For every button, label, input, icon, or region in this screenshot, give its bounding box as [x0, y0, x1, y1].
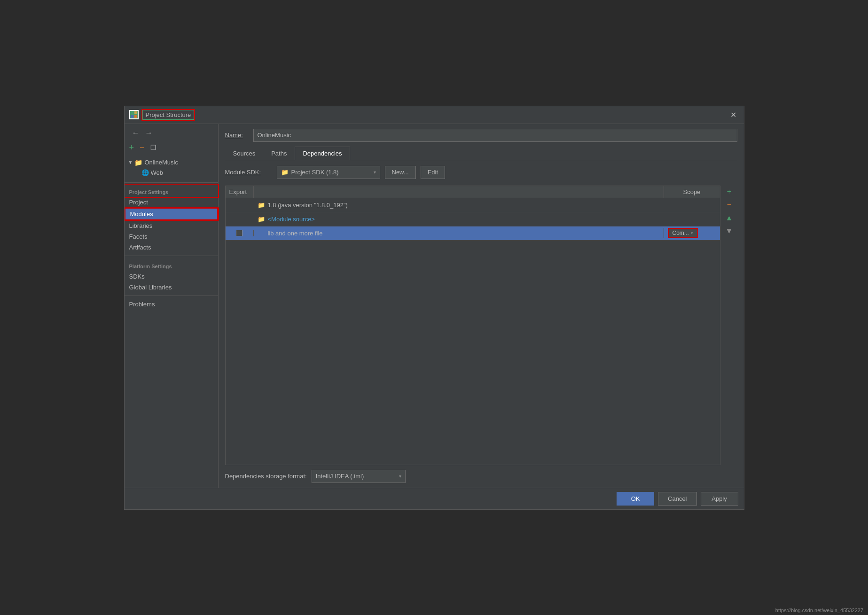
storage-dropdown[interactable]: IntelliJ IDEA (.iml) ▾	[312, 470, 406, 483]
dep-remove-button[interactable]: −	[723, 199, 735, 211]
sidebar-item-global-libraries[interactable]: Global Libraries	[125, 282, 218, 293]
nav-arrows: ← →	[128, 128, 155, 138]
cancel-button[interactable]: Cancel	[658, 492, 696, 506]
dep-module-source-text[interactable]: <Module source>	[268, 216, 315, 223]
url-text: https://blog.csdn.net/weixin_45532227	[775, 607, 863, 613]
name-label: Name:	[225, 132, 249, 139]
scope-value: Com...	[673, 230, 689, 236]
title-bar: Project Structure ✕	[125, 106, 744, 124]
tab-dependencies[interactable]: Dependencies	[295, 147, 350, 160]
folder-icon: 📁	[134, 159, 142, 166]
close-button[interactable]: ✕	[727, 109, 739, 120]
tree-root-item[interactable]: ▼ 📁 OnlineMusic	[125, 157, 218, 168]
sidebar-item-artifacts-label: Artifacts	[129, 244, 151, 251]
apply-button[interactable]: Apply	[701, 492, 738, 506]
copy-module-button[interactable]: ❐	[149, 142, 158, 154]
tree-root-label: OnlineMusic	[144, 159, 178, 166]
dep-export-lib	[226, 230, 254, 236]
sidebar-item-global-libraries-label: Global Libraries	[129, 284, 172, 291]
sdk-dropdown-arrow: ▾	[374, 170, 376, 175]
svg-rect-5	[260, 229, 262, 236]
dep-table-header: Export Scope	[226, 186, 720, 198]
sdk-dropdown[interactable]: 📁 Project SDK (1.8) ▾	[277, 166, 380, 179]
col-scope-header: Scope	[664, 186, 720, 198]
sidebar-item-problems-label: Problems	[129, 301, 155, 308]
tabs-row: Sources Paths Dependencies	[225, 147, 737, 160]
storage-value-text: IntelliJ IDEA (.iml)	[316, 473, 396, 480]
dep-jdk-text: 1.8 (java version "1.8.0_192")	[268, 202, 348, 209]
sidebar-item-project[interactable]: Project	[125, 197, 218, 208]
module-source-icon: 📁	[258, 216, 265, 223]
svg-rect-4	[258, 230, 259, 235]
sdk-label: Module SDK:	[225, 169, 272, 176]
svg-rect-0	[130, 111, 133, 114]
dep-row-module-source[interactable]: 📁 <Module source>	[226, 212, 720, 226]
svg-rect-6	[262, 231, 264, 235]
tree-web-label: Web	[151, 169, 164, 176]
tree-child-container: 🌐 Web	[125, 168, 218, 178]
sidebar-item-libraries-label: Libraries	[129, 222, 153, 229]
dialog-body: ← → + − ❐ ▼ 📁 OnlineMusic	[125, 124, 744, 488]
dialog-title: Project Structure	[142, 110, 195, 120]
ok-button[interactable]: OK	[617, 492, 654, 506]
dep-row-jdk[interactable]: 📁 1.8 (java version "1.8.0_192")	[226, 198, 720, 212]
sidebar-divider	[125, 256, 218, 256]
module-tree: ▼ 📁 OnlineMusic 🌐 Web	[125, 156, 218, 179]
dep-scope-lib: Com... ▾	[664, 228, 720, 238]
storage-row: Dependencies storage format: IntelliJ ID…	[225, 470, 720, 483]
sidebar-item-sdks[interactable]: SDKs	[125, 271, 218, 282]
sidebar-divider-2	[125, 296, 218, 296]
sidebar-item-problems[interactable]: Problems	[125, 299, 218, 310]
dep-lib-checkbox[interactable]	[236, 230, 242, 236]
lib-icon	[258, 229, 265, 237]
svg-rect-2	[130, 115, 133, 118]
sdk-edit-button[interactable]: Edit	[421, 166, 445, 179]
project-structure-dialog: Project Structure ✕ ← → + − ❐	[124, 106, 744, 510]
col-name-header	[254, 186, 664, 198]
app-icon	[129, 110, 139, 119]
nav-back-button[interactable]: ←	[130, 128, 141, 138]
storage-dropdown-arrow: ▾	[399, 474, 401, 479]
dep-add-button[interactable]: +	[723, 186, 735, 198]
platform-settings-heading: Platform Settings	[125, 259, 218, 271]
nav-forward-button[interactable]: →	[143, 128, 155, 138]
sidebar-item-facets[interactable]: Facets	[125, 231, 218, 242]
name-row: Name:	[225, 129, 737, 142]
sidebar-item-modules[interactable]: Modules	[125, 208, 218, 220]
dep-table: Export Scope 📁 1.8 (java version "1.8.0_…	[225, 186, 720, 465]
dep-move-up-button[interactable]: ▲	[723, 212, 735, 224]
dep-row-lib[interactable]: lib and one more file Com... ▾	[226, 226, 720, 241]
tab-sources[interactable]: Sources	[225, 147, 264, 160]
project-settings-heading: Project Settings	[125, 185, 218, 197]
dialog-footer: OK Cancel Apply	[125, 488, 744, 509]
tab-paths[interactable]: Paths	[263, 147, 295, 160]
sidebar-item-facets-label: Facets	[129, 233, 148, 240]
tree-web-item[interactable]: 🌐 Web	[138, 168, 218, 178]
sidebar: ← → + − ❐ ▼ 📁 OnlineMusic	[125, 124, 219, 488]
jdk-icon: 📁	[258, 202, 265, 209]
url-bar: https://blog.csdn.net/weixin_45532227	[771, 606, 868, 615]
dep-name-lib: lib and one more file	[254, 229, 664, 237]
dep-move-down-button[interactable]: ▼	[723, 225, 735, 237]
name-input[interactable]	[253, 129, 737, 142]
dep-table-body: 📁 1.8 (java version "1.8.0_192") 📁 <Modu…	[226, 198, 720, 465]
dep-side-buttons: + − ▲ ▼	[723, 186, 735, 237]
svg-rect-1	[134, 111, 137, 114]
dep-scope-dropdown[interactable]: Com... ▾	[668, 228, 698, 238]
sidebar-item-libraries[interactable]: Libraries	[125, 220, 218, 231]
remove-module-button[interactable]: −	[138, 142, 147, 154]
col-export-header: Export	[226, 186, 254, 198]
sidebar-item-artifacts[interactable]: Artifacts	[125, 242, 218, 253]
sidebar-toolbar: ← →	[125, 128, 218, 142]
sidebar-item-sdks-label: SDKs	[129, 273, 145, 280]
dep-name-module-source: 📁 <Module source>	[254, 216, 664, 223]
scope-arrow: ▾	[691, 231, 693, 235]
dep-lib-text: lib and one more file	[268, 230, 323, 237]
sdk-new-button[interactable]: New...	[385, 166, 416, 179]
add-module-button[interactable]: +	[127, 142, 136, 154]
sidebar-item-project-label: Project	[129, 199, 148, 206]
tree-expand-arrow: ▼	[128, 160, 133, 165]
title-bar-left: Project Structure	[129, 110, 195, 120]
sdk-row: Module SDK: 📁 Project SDK (1.8) ▾ New...…	[225, 166, 737, 179]
web-icon: 🌐	[141, 169, 149, 176]
